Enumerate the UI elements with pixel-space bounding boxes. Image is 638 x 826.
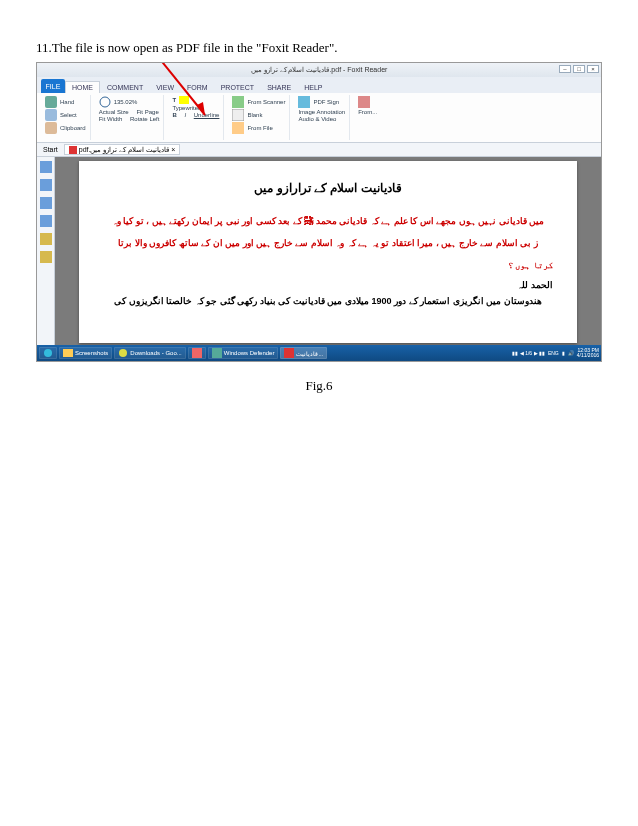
windows-taskbar: Screenshots Downloads - Goo... Windows D… <box>37 345 601 361</box>
document-tab-label: قادیانیت اسلام کے ترازو میں.pdf <box>79 146 169 154</box>
zoom-icon[interactable] <box>99 96 111 108</box>
tray-lang[interactable]: ENG <box>548 350 559 356</box>
zoom-value[interactable]: 135.02% <box>114 99 138 105</box>
convert-icon[interactable] <box>358 96 370 108</box>
svg-rect-4 <box>45 122 57 134</box>
pdf-page: قادیانیت اسلام کے ترارازو میں میں قادیان… <box>79 161 577 343</box>
shield-icon <box>212 348 222 358</box>
sign-label: PDF Sign <box>313 99 339 105</box>
security-icon[interactable] <box>40 251 52 263</box>
ribbon-group-zoom: 135.02% Actual Size Fit Page Fit Width R… <box>95 95 165 140</box>
audiovideo-label[interactable]: Audio & Video <box>298 116 336 122</box>
pdf-body-3: کرتا ہوں ؟ <box>103 257 553 273</box>
fromfile-icon[interactable] <box>232 122 244 134</box>
svg-rect-9 <box>298 96 310 108</box>
scanner-label: From Scanner <box>247 99 285 105</box>
tab-protect[interactable]: PROTECT <box>215 82 260 93</box>
attachments-icon[interactable] <box>40 215 52 227</box>
ribbon-toolbar: Hand Select Clipboard 135.02% Actual Siz… <box>37 93 601 143</box>
underline-button[interactable]: Underline <box>194 112 220 118</box>
taskbar-wamp[interactable] <box>188 347 206 359</box>
tray-clock[interactable]: 12:03 PM 4/11/2016 <box>577 348 599 358</box>
start-tab[interactable]: Start <box>43 146 58 153</box>
document-tabstrip: Start قادیانیت اسلام کے ترازو میں.pdf × <box>37 143 601 157</box>
tab-close-icon[interactable]: × <box>171 146 175 153</box>
svg-rect-8 <box>232 122 244 134</box>
ie-icon <box>43 348 53 358</box>
bold-button[interactable]: B <box>172 112 176 118</box>
tray-volume-icon[interactable]: 🔊 <box>568 350 574 356</box>
ribbon-group-create: From Scanner Blank From File <box>228 95 290 140</box>
ribbon-group-annotate: T Typewriter B I Underline <box>168 95 224 140</box>
taskbar-chrome[interactable]: Downloads - Goo... <box>114 347 185 359</box>
tab-view[interactable]: VIEW <box>150 82 180 93</box>
svg-rect-23 <box>284 348 294 358</box>
svg-point-18 <box>44 349 52 357</box>
document-tab[interactable]: قادیانیت اسلام کے ترازو میں.pdf × <box>64 144 181 155</box>
taskbar-foxit[interactable]: قادیانیت... <box>280 347 327 359</box>
hand-label: Hand <box>60 99 74 105</box>
blank-icon[interactable] <box>232 109 244 121</box>
close-button[interactable]: × <box>587 65 599 73</box>
tab-help[interactable]: HELP <box>298 82 328 93</box>
window-titlebar: قادیانیت اسلام کے ترازو میں.pdf - Foxit … <box>37 63 601 77</box>
select-icon[interactable] <box>45 109 57 121</box>
taskbar-defender-label: Windows Defender <box>224 350 275 356</box>
pdf-icon <box>69 146 77 154</box>
svg-rect-2 <box>45 96 57 108</box>
svg-rect-14 <box>40 197 52 209</box>
clipboard-icon[interactable] <box>45 122 57 134</box>
taskbar-ie[interactable] <box>39 347 57 359</box>
taskbar-defender[interactable]: Windows Defender <box>208 347 279 359</box>
side-panel <box>37 157 55 347</box>
tab-home[interactable]: HOME <box>65 81 100 93</box>
scanner-icon[interactable] <box>232 96 244 108</box>
ribbon-group-convert: From... <box>354 95 381 140</box>
blank-label: Blank <box>247 112 262 118</box>
tab-share[interactable]: SHARE <box>261 82 297 93</box>
svg-rect-10 <box>358 96 370 108</box>
fit-page-button[interactable]: Fit Page <box>136 109 158 115</box>
file-menu-button[interactable]: FILE <box>41 79 65 93</box>
svg-rect-7 <box>232 109 244 121</box>
system-tray: ▮▮ ◀ 1/6 ▶ ▮▮ ENG ▮ 🔊 12:03 PM 4/11/2016 <box>512 348 599 358</box>
svg-rect-22 <box>212 348 222 358</box>
document-viewport[interactable]: قادیانیت اسلام کے ترارازو میں میں قادیان… <box>55 157 601 347</box>
italic-button[interactable]: I <box>184 112 186 118</box>
tab-form[interactable]: FORM <box>181 82 214 93</box>
signatures-icon[interactable] <box>40 233 52 245</box>
hand-icon[interactable] <box>45 96 57 108</box>
taskbar-chrome-label: Downloads - Goo... <box>130 350 181 356</box>
image-annot-label[interactable]: Image Annotation <box>298 109 345 115</box>
sign-icon[interactable] <box>298 96 310 108</box>
page-indicator: ▮▮ ◀ 1/6 ▶ ▮▮ <box>512 350 545 356</box>
maximize-button[interactable]: □ <box>573 65 585 73</box>
tray-network-icon[interactable]: ▮ <box>562 350 565 356</box>
taskbar-explorer[interactable]: Screenshots <box>59 347 112 359</box>
svg-rect-3 <box>45 109 57 121</box>
typewriter-button[interactable]: Typewriter <box>172 105 200 111</box>
pages-icon[interactable] <box>40 179 52 191</box>
window-title: قادیانیت اسلام کے ترازو میں.pdf - Foxit … <box>251 66 388 74</box>
rotate-button[interactable]: Rotate Left <box>130 116 159 122</box>
svg-rect-15 <box>40 215 52 227</box>
tab-comment[interactable]: COMMENT <box>101 82 149 93</box>
chrome-icon <box>118 348 128 358</box>
taskbar-foxit-label: قادیانیت... <box>296 350 323 357</box>
bookmarks-icon[interactable] <box>40 161 52 173</box>
svg-rect-21 <box>192 348 202 358</box>
fit-width-button[interactable]: Fit Width <box>99 116 123 122</box>
pdf-body-1: میں قادیانی نہیں ہوں مجھے اس کا علم ہے ک… <box>103 213 553 229</box>
highlight-icon[interactable] <box>179 96 189 104</box>
ribbon-group-insert: PDF Sign Image Annotation Audio & Video <box>294 95 350 140</box>
layers-icon[interactable] <box>40 197 52 209</box>
pdf-body-2: ز بی اسلام سے خارج ہیں ، میرا اعتقاد تو … <box>103 235 553 251</box>
figure-caption: Fig.6 <box>36 378 602 394</box>
folder-icon <box>63 348 73 358</box>
from-label[interactable]: From... <box>358 109 377 115</box>
svg-point-5 <box>100 97 110 107</box>
actual-size-button[interactable]: Actual Size <box>99 109 129 115</box>
svg-rect-17 <box>40 251 52 263</box>
ribbon-group-tools: Hand Select Clipboard <box>41 95 91 140</box>
minimize-button[interactable]: – <box>559 65 571 73</box>
